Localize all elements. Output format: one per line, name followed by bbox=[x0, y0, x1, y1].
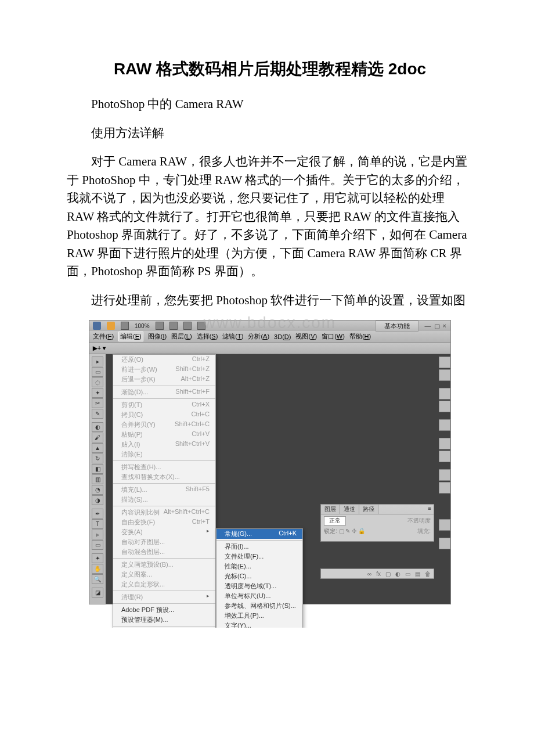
tab-channels[interactable]: 通道 bbox=[340, 505, 359, 514]
menu-w[interactable]: 窗口(W) bbox=[322, 332, 345, 341]
blend-mode[interactable]: 正常 bbox=[324, 516, 346, 525]
edit-menu-item: 拷贝(C)Ctrl+C bbox=[113, 410, 215, 420]
pref-submenu-item[interactable]: 参考线、网格和切片(S)... bbox=[217, 601, 302, 611]
zoom-icon[interactable] bbox=[169, 322, 178, 330]
layers-bottom-panel: ∞ fx ▢ ◐ ▭ ▤ 🗑 bbox=[320, 568, 434, 579]
menu-t[interactable]: 滤镜(T) bbox=[222, 332, 243, 341]
edit-menu-item[interactable]: Adobe PDF 预设... bbox=[113, 605, 215, 615]
menu-s[interactable]: 选择(S) bbox=[197, 332, 218, 341]
menu-l[interactable]: 图层(L) bbox=[171, 332, 192, 341]
pref-submenu-item[interactable]: 常规(G)...Ctrl+K bbox=[217, 529, 302, 539]
shape-tool-icon[interactable]: ▭ bbox=[92, 540, 103, 550]
arrange-icon[interactable] bbox=[197, 322, 205, 330]
swatch-fg-bg-icon[interactable]: ◪ bbox=[92, 588, 103, 597]
photoshop-screenshot: www.bdocx.com 100% 基本功能 — ▢ × 文件(F)编辑(E)… bbox=[89, 320, 451, 604]
menu-v[interactable]: 视图(V) bbox=[295, 332, 317, 341]
edit-menu-item: 清理(R)▸ bbox=[113, 592, 215, 602]
panel-icon[interactable] bbox=[439, 419, 450, 431]
menu-a[interactable]: 分析(A) bbox=[248, 332, 269, 341]
hand-tool-icon[interactable]: ✋ bbox=[92, 564, 103, 574]
pref-submenu-item[interactable]: 透明度与色域(T)... bbox=[217, 581, 302, 591]
edit-menu-item: 变换(A)▸ bbox=[113, 527, 215, 537]
panel-icon[interactable] bbox=[439, 519, 450, 531]
edit-menu-item: 自由变换(F)Ctrl+T bbox=[113, 517, 215, 527]
menu-f[interactable]: 文件(F) bbox=[93, 332, 114, 341]
wand-tool-icon[interactable]: ✦ bbox=[92, 388, 103, 398]
pref-submenu-item[interactable]: 光标(C)... bbox=[217, 571, 302, 581]
new-icon[interactable]: ▤ bbox=[415, 571, 420, 577]
rotate-icon[interactable] bbox=[183, 322, 192, 330]
pref-submenu-item[interactable]: 文字(Y)... bbox=[217, 621, 302, 628]
edit-menu-item: 剪切(T)Ctrl+X bbox=[113, 400, 215, 410]
panel-icon[interactable] bbox=[439, 401, 450, 412]
paragraph-3: 对于 Camera RAW，很多人也许并不一定很了解，简单的说，它是内置于 Ph… bbox=[67, 153, 473, 281]
paragraph-2: 使用方法详解 bbox=[67, 124, 473, 143]
window-buttons[interactable]: — ▢ × bbox=[424, 322, 447, 330]
bridge-icon bbox=[107, 322, 115, 330]
panel-icon[interactable] bbox=[439, 538, 450, 549]
edit-menu-item: 贴入(I)Shift+Ctrl+V bbox=[113, 440, 215, 449]
path-tool-icon[interactable]: ▹ bbox=[92, 530, 103, 539]
panel-icon[interactable] bbox=[439, 451, 450, 462]
pen-tool-icon[interactable]: ✒ bbox=[92, 509, 103, 519]
eraser-tool-icon[interactable]: ◧ bbox=[92, 464, 103, 474]
panel-icon[interactable] bbox=[439, 482, 450, 494]
lasso-tool-icon[interactable]: ◌ bbox=[92, 377, 103, 387]
heal-tool-icon[interactable]: ◐ bbox=[92, 422, 103, 432]
edit-menu-dropdown: 还原(O)Ctrl+Z前进一步(W)Shift+Ctrl+Z后退一步(K)Alt… bbox=[113, 354, 216, 628]
menu-i[interactable]: 图像(I) bbox=[148, 332, 167, 341]
menu-e[interactable]: 编辑(E) bbox=[118, 332, 143, 341]
workspace-switcher[interactable]: 基本功能 bbox=[376, 321, 418, 332]
edit-menu-item[interactable]: 预设管理器(M)... bbox=[113, 615, 215, 625]
menu-h[interactable]: 帮助(H) bbox=[349, 332, 371, 341]
opacity-label: 不透明度 bbox=[407, 517, 431, 525]
edit-menu-item: 填充(L)...Shift+F5 bbox=[113, 485, 215, 495]
edit-menu-item: 定义图案... bbox=[113, 570, 215, 579]
edit-menu-item: 渐隐(D)...Shift+Ctrl+F bbox=[113, 387, 215, 397]
history-brush-icon[interactable]: ↻ bbox=[92, 453, 103, 463]
edit-menu-item: 定义画笔预设(B)... bbox=[113, 560, 215, 570]
stamp-tool-icon[interactable]: ▲ bbox=[92, 443, 103, 453]
move-tool-icon[interactable]: ▸ bbox=[92, 357, 103, 366]
panel-menu-icon[interactable]: ≡ bbox=[425, 505, 434, 514]
gradient-tool-icon[interactable]: ▥ bbox=[92, 474, 103, 484]
tab-layers[interactable]: 图层 bbox=[321, 505, 340, 514]
pref-submenu-item[interactable]: 增效工具(P)... bbox=[217, 611, 302, 621]
blur-tool-icon[interactable]: ◔ bbox=[92, 485, 103, 495]
adjust-icon[interactable]: ◐ bbox=[395, 571, 400, 577]
edit-menu-item: 自动对齐图层... bbox=[113, 537, 215, 547]
eyedropper-tool-icon[interactable]: ✎ bbox=[92, 409, 103, 419]
tab-paths[interactable]: 路径 bbox=[359, 505, 378, 514]
pref-submenu-item[interactable]: 单位与标尺(U)... bbox=[217, 591, 302, 601]
ps-icon bbox=[93, 322, 101, 330]
toolbox: ▸ ▭ ◌ ✦ ✂ ✎ ◐ 🖌 ▲ ↻ ◧ ▥ ◔ ◑ ✒ T ▹ ▭ bbox=[89, 354, 106, 604]
3d-tool-icon[interactable]: ✦ bbox=[92, 553, 103, 563]
trash-icon[interactable]: 🗑 bbox=[425, 571, 431, 577]
panel-icon[interactable] bbox=[439, 469, 450, 481]
edit-menu-item: 后退一步(K)Alt+Ctrl+Z bbox=[113, 375, 215, 384]
edit-menu-item: 定义自定形状... bbox=[113, 579, 215, 589]
move-tool-icon[interactable]: ▶+ ▾ bbox=[93, 345, 106, 351]
crop-tool-icon[interactable]: ✂ bbox=[92, 398, 103, 408]
menu-d[interactable]: 3D(D) bbox=[274, 333, 291, 340]
pref-submenu-item[interactable]: 界面(I)... bbox=[217, 542, 302, 552]
link-icon[interactable]: ∞ bbox=[367, 571, 371, 577]
mask-icon[interactable]: ▢ bbox=[385, 571, 391, 577]
zoom-tool-icon[interactable]: 🔍 bbox=[92, 574, 103, 584]
panel-icon[interactable] bbox=[439, 388, 450, 399]
screen-mode-icon[interactable] bbox=[121, 322, 129, 330]
type-tool-icon[interactable]: T bbox=[92, 519, 103, 529]
fx-icon[interactable]: fx bbox=[376, 571, 381, 577]
marquee-tool-icon[interactable]: ▭ bbox=[92, 367, 103, 377]
panel-icon[interactable] bbox=[439, 438, 450, 449]
actions-panel-icon[interactable] bbox=[439, 369, 450, 381]
folder-icon[interactable]: ▭ bbox=[405, 571, 410, 577]
dodge-tool-icon[interactable]: ◑ bbox=[92, 495, 103, 505]
pref-submenu-item[interactable]: 性能(E)... bbox=[217, 561, 302, 571]
options-bar: ▶+ ▾ bbox=[89, 343, 450, 354]
pref-submenu-item[interactable]: 文件处理(F)... bbox=[217, 552, 302, 561]
history-panel-icon[interactable] bbox=[439, 357, 450, 368]
brush-tool-icon[interactable]: 🖌 bbox=[92, 433, 103, 442]
hand-icon[interactable] bbox=[156, 322, 164, 330]
app-header: 100% 基本功能 — ▢ × bbox=[89, 321, 450, 331]
